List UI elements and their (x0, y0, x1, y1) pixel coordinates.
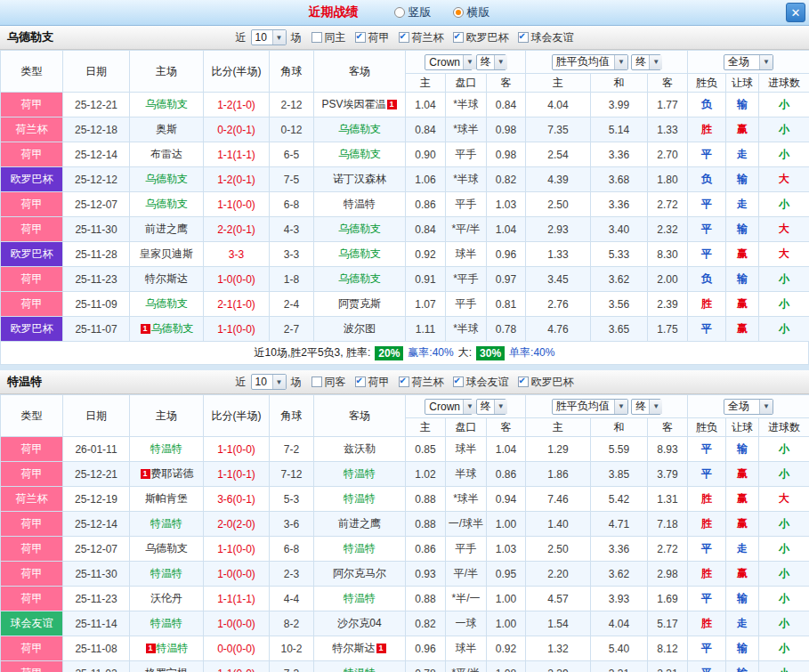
filter-checkbox[interactable]: 荷兰杯 (399, 375, 444, 390)
filter-checkbox[interactable]: 欧罗巴杯 (518, 375, 574, 390)
date-cell: 25-12-21 (63, 462, 130, 487)
handicap-cell: 平/半 (446, 562, 487, 587)
away-team-link[interactable]: 特温特 (344, 592, 376, 604)
checkbox-icon (399, 32, 409, 43)
match-count-select[interactable]: 10 ▼ (251, 29, 287, 45)
subcol-avg-away: 客 (648, 418, 688, 437)
avg-odds-select[interactable]: 胜平负均值 ▼ (552, 54, 628, 70)
home-team-link[interactable]: 前进之鹰 (145, 223, 188, 235)
avg-odds-select[interactable]: 胜平负均值 ▼ (552, 399, 628, 415)
handicap-cell: 平手 (446, 292, 487, 317)
home-team-link[interactable]: 皇家贝迪斯 (140, 247, 193, 260)
away-team-link[interactable]: 乌德勒支 (338, 223, 381, 235)
close-icon[interactable]: ✕ (786, 3, 805, 22)
page-title: 近期战绩 (309, 4, 359, 20)
checkbox-icon (399, 376, 409, 387)
games-label: 场 (291, 375, 302, 390)
fulltime-select[interactable]: 全场 ▼ (724, 399, 773, 415)
asia-home-odds-cell: 1.04 (406, 93, 446, 117)
home-team-link[interactable]: 特温特 (150, 617, 182, 629)
home-team-link[interactable]: 格罗宁根 (145, 667, 188, 672)
away-team-link[interactable]: 特温特 (344, 198, 376, 210)
away-team-link[interactable]: 前进之鹰 (338, 517, 381, 530)
home-team-link[interactable]: 乌德勒支 (145, 173, 188, 185)
date-cell: 26-01-11 (63, 437, 130, 462)
filter-checkbox[interactable]: 荷甲 (355, 375, 390, 390)
home-team-link[interactable]: 乌德勒支 (145, 297, 188, 310)
home-team-link[interactable]: 费耶诺德 (151, 467, 194, 480)
league-cell: 荷甲 (1, 217, 63, 242)
home-team-cell: 特温特 (130, 512, 204, 537)
away-team-link[interactable]: 阿尔克马尔 (333, 567, 386, 579)
goals-result-cell: 大 (759, 487, 809, 512)
away-team-link[interactable]: 沙尔克04 (337, 617, 381, 629)
away-team-cell: 沙尔克04 (314, 611, 406, 636)
home-team-link[interactable]: 斯帕肯堡 (145, 492, 188, 505)
away-team-link[interactable]: 特尔斯达 (333, 642, 376, 654)
away-team-link[interactable]: 特温特 (344, 542, 376, 555)
match-count-select[interactable]: 10 ▼ (251, 374, 287, 390)
odds-stage-select[interactable]: 终 ▼ (476, 399, 506, 415)
odds-stage-select[interactable]: 终 ▼ (476, 54, 506, 70)
asia-away-odds-cell: 1.04 (487, 217, 526, 242)
home-team-link[interactable]: 沃伦丹 (150, 592, 182, 604)
result-cell: 平 (688, 587, 726, 611)
asia-home-odds-cell: 0.88 (406, 587, 446, 611)
home-team-link[interactable]: 特温特 (150, 517, 182, 530)
league-filter-checkboxes: 同客荷甲荷兰杯球会友谊欧罗巴杯 (311, 375, 574, 390)
home-team-cell: 1费耶诺德 (130, 462, 204, 487)
avg-home-cell: 2.93 (526, 217, 591, 242)
avg-away-cell: 2.72 (648, 192, 688, 217)
asia-away-odds-cell: 0.84 (487, 93, 526, 117)
checkbox-icon (453, 32, 464, 43)
asia-home-odds-cell: 0.92 (406, 242, 446, 267)
avg-stage-select[interactable]: 终 ▼ (631, 54, 661, 70)
fulltime-select[interactable]: 全场 ▼ (724, 54, 773, 70)
away-team-link[interactable]: 乌德勒支 (338, 272, 381, 285)
home-team-link[interactable]: 特温特 (150, 442, 182, 455)
avg-stage-select[interactable]: 终 ▼ (631, 399, 661, 415)
filter-checkbox[interactable]: 同客 (311, 375, 346, 390)
away-team-link[interactable]: 特温特 (344, 667, 376, 672)
away-team-link[interactable]: 诺丁汉森林 (333, 173, 386, 185)
away-team-link[interactable]: 乌德勒支 (338, 247, 381, 260)
col-corner: 角球 (270, 395, 314, 437)
away-team-link[interactable]: PSV埃因霍温 (321, 98, 385, 110)
home-team-link[interactable]: 特温特 (157, 642, 189, 654)
filter-checkbox[interactable]: 荷甲 (355, 30, 390, 45)
asia-away-odds-cell: 0.78 (487, 317, 526, 342)
away-team-link[interactable]: 特温特 (344, 467, 376, 480)
layout-radio-horizontal[interactable]: 横版 (453, 4, 490, 20)
date-cell: 25-11-09 (63, 292, 130, 317)
home-team-link[interactable]: 特尔斯达 (145, 272, 188, 285)
home-team-link[interactable]: 特温特 (150, 567, 182, 579)
away-team-link[interactable]: 波尔图 (344, 322, 376, 335)
home-team-link[interactable]: 乌德勒支 (145, 98, 188, 110)
checkbox-label: 荷兰杯 (412, 30, 444, 45)
home-team-link[interactable]: 乌德勒支 (145, 542, 188, 555)
home-team-cell: 前进之鹰 (130, 217, 204, 242)
away-team-link[interactable]: 兹沃勒 (344, 442, 376, 455)
home-team-link[interactable]: 奥斯 (156, 123, 177, 135)
away-team-link[interactable]: 阿贾克斯 (338, 297, 381, 310)
goals-result-cell: 小 (759, 661, 809, 672)
home-team-link[interactable]: 乌德勒支 (145, 198, 188, 210)
bookmaker-select[interactable]: Crown ▼ (425, 399, 473, 415)
result-cell: 平 (688, 217, 726, 242)
score-cell: 2-1(1-0) (204, 292, 270, 317)
filter-checkbox[interactable]: 球会友谊 (518, 30, 574, 45)
away-team-link[interactable]: 乌德勒支 (338, 123, 381, 135)
handicap-result-cell: 赢 (726, 292, 759, 317)
home-team-link[interactable]: 乌德勒支 (151, 322, 194, 335)
bookmaker-select[interactable]: Crown ▼ (425, 54, 473, 70)
away-team-link[interactable]: 特温特 (344, 492, 376, 505)
filter-checkbox[interactable]: 荷兰杯 (399, 30, 444, 45)
away-team-link[interactable]: 乌德勒支 (338, 148, 381, 160)
filter-checkbox[interactable]: 同主 (311, 30, 346, 45)
asia-away-odds-cell: 1.03 (487, 192, 526, 217)
date-cell: 25-11-23 (63, 587, 130, 611)
home-team-link[interactable]: 布雷达 (150, 148, 182, 160)
filter-checkbox[interactable]: 欧罗巴杯 (453, 30, 509, 45)
filter-checkbox[interactable]: 球会友谊 (453, 375, 509, 390)
layout-radio-vertical[interactable]: 竖版 (394, 4, 432, 20)
